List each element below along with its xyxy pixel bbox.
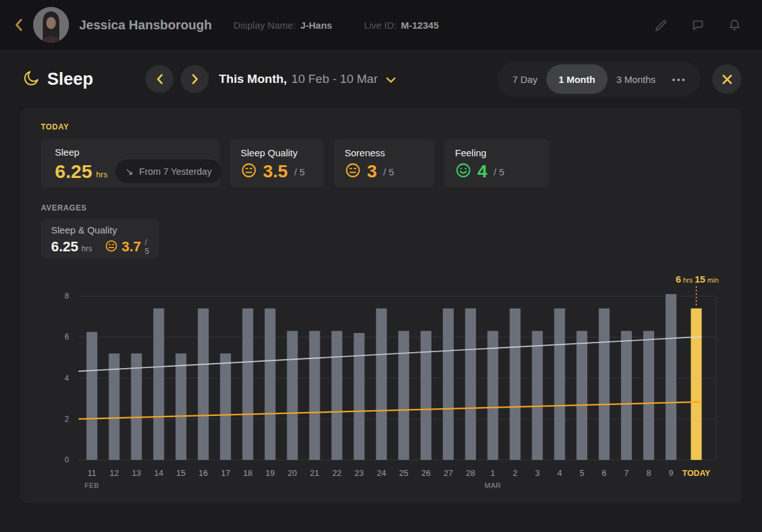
bar-day-28[interactable] xyxy=(465,308,476,460)
y-axis-tick: 6 xyxy=(64,332,69,341)
today-sleep-quality-card: Sleep Quality 3.5 / 5 xyxy=(230,139,324,188)
sleep-bar-chart-svg: 0246811121314151617181920212223242526272… xyxy=(20,271,742,498)
x-axis-label-3: 3 xyxy=(535,468,539,478)
bar-day-24[interactable] xyxy=(376,308,387,460)
period-tabs: 7 Day 1 Month 3 Months ••• xyxy=(497,62,701,96)
bar-day-15[interactable] xyxy=(176,353,186,460)
sleep-delta-pill: ↘ From 7 Yesterday xyxy=(116,159,221,183)
x-axis-label-24: 24 xyxy=(377,468,385,478)
bar-day-6[interactable] xyxy=(599,308,609,460)
today-section-label: TODAY xyxy=(41,122,721,131)
pencil-icon[interactable] xyxy=(654,18,668,32)
crescent-moon-icon xyxy=(23,70,40,89)
x-axis-label-1: 1 xyxy=(491,468,495,478)
bar-day-4[interactable] xyxy=(554,308,565,460)
close-button[interactable] xyxy=(712,64,742,94)
bar-day-22[interactable] xyxy=(331,331,342,460)
neutral-face-icon xyxy=(345,162,361,181)
bar-day-1[interactable] xyxy=(488,331,498,460)
quality-outof: / 5 xyxy=(294,166,305,177)
avg-quality-outof: / 5 xyxy=(145,238,149,256)
tab-more-ellipsis[interactable]: ••• xyxy=(664,62,694,96)
arrow-down-right-icon: ↘ xyxy=(125,166,133,177)
chat-bubble-icon[interactable] xyxy=(691,18,705,32)
bar-day-9[interactable] xyxy=(666,294,676,460)
today-soreness-card: Soreness 3 / 5 xyxy=(334,139,435,188)
x-axis-label-26: 26 xyxy=(421,468,430,478)
avg-quality-value: 3.7 xyxy=(122,240,142,254)
month-label-MAR: MAR xyxy=(484,482,501,489)
tab-3-months[interactable]: 3 Months xyxy=(608,62,665,96)
soreness-outof: / 5 xyxy=(384,166,394,177)
bar-day-2[interactable] xyxy=(510,308,521,460)
sleep-hours-unit: hrs xyxy=(96,170,107,181)
x-axis-label-27: 27 xyxy=(444,468,452,478)
bar-day-14[interactable] xyxy=(153,308,164,460)
bar-day-5[interactable] xyxy=(576,331,587,460)
neutral-face-icon xyxy=(241,162,257,181)
x-axis-label-2: 2 xyxy=(512,468,517,478)
avg-hours-value: 6.25 xyxy=(51,240,78,254)
x-axis-label-21: 21 xyxy=(310,468,319,478)
x-axis-label-18: 18 xyxy=(243,468,252,478)
x-axis-label-TODAY: TODAY xyxy=(682,468,710,478)
tab-7-day[interactable]: 7 Day xyxy=(504,62,546,96)
averages-section-label: AVERAGES xyxy=(41,203,721,212)
x-axis-label-11: 11 xyxy=(87,468,96,478)
bar-day-13[interactable] xyxy=(131,353,142,460)
period-selector[interactable]: This Month, 10 Feb - 10 Mar xyxy=(219,72,396,86)
chevron-down-icon xyxy=(385,73,396,87)
x-axis-label-23: 23 xyxy=(355,468,364,478)
user-meta: Display Name: J-Hans Live ID: M-12345 xyxy=(234,20,439,31)
quality-card-title: Sleep Quality xyxy=(241,147,313,158)
quality-value: 3.5 xyxy=(263,163,288,181)
prev-period-button[interactable] xyxy=(146,65,174,93)
bar-day-7[interactable] xyxy=(621,331,632,460)
bar-today[interactable] xyxy=(691,308,702,460)
bar-day-27[interactable] xyxy=(443,308,454,460)
x-axis-label-6: 6 xyxy=(602,468,606,478)
feeling-outof: / 5 xyxy=(494,166,505,177)
today-value-annotation: 6 hrs 15 min xyxy=(676,274,719,284)
y-axis-tick: 8 xyxy=(64,292,69,300)
page-title: Sleep xyxy=(47,70,93,89)
x-axis-label-17: 17 xyxy=(221,468,230,478)
tab-1-month[interactable]: 1 Month xyxy=(546,64,608,94)
x-axis-label-9: 9 xyxy=(669,468,673,478)
sleep-panel: TODAY Sleep 6.25 hrs ↘ From 7 Yesterday … xyxy=(20,108,742,503)
x-axis-label-25: 25 xyxy=(399,468,408,478)
sleep-hours-value: 6.25 xyxy=(55,162,92,181)
display-name-label: Display Name: xyxy=(234,20,296,31)
today-feeling-card: Feeling 4 / 5 xyxy=(444,139,549,188)
bar-day-11[interactable] xyxy=(87,332,98,460)
bar-day-16[interactable] xyxy=(198,308,209,460)
bar-day-17[interactable] xyxy=(220,353,231,460)
avg-hours-unit: hrs xyxy=(82,244,93,254)
back-chevron-icon[interactable] xyxy=(14,18,24,32)
averages-card: Sleep & Quality 6.25 hrs 3.7 / 5 xyxy=(41,219,159,258)
bar-day-8[interactable] xyxy=(643,331,654,460)
next-period-button[interactable] xyxy=(181,65,209,93)
averages-card-title: Sleep & Quality xyxy=(51,225,117,235)
x-axis-label-16: 16 xyxy=(198,468,207,478)
bar-day-3[interactable] xyxy=(532,331,543,460)
x-axis-label-12: 12 xyxy=(110,468,119,478)
bar-day-25[interactable] xyxy=(398,331,409,460)
bar-day-18[interactable] xyxy=(243,308,253,460)
sleep-toolbar: Sleep This Month, 10 Feb - 10 Mar 7 Day … xyxy=(0,50,762,108)
x-axis-label-7: 7 xyxy=(624,468,629,478)
bar-day-26[interactable] xyxy=(421,331,431,460)
bar-day-20[interactable] xyxy=(287,331,298,460)
bar-day-19[interactable] xyxy=(265,308,276,460)
smile-face-icon xyxy=(455,162,472,181)
bar-day-21[interactable] xyxy=(310,331,320,460)
x-axis-label-15: 15 xyxy=(176,468,185,478)
bar-day-23[interactable] xyxy=(354,333,364,460)
profile-header: Jessica Hansborough Display Name: J-Hans… xyxy=(0,0,762,50)
soreness-value: 3 xyxy=(367,163,377,181)
avatar[interactable] xyxy=(33,7,69,43)
x-axis-label-13: 13 xyxy=(132,468,141,478)
x-axis-label-5: 5 xyxy=(579,468,584,478)
period-range: 10 Feb - 10 Mar xyxy=(292,72,378,86)
bell-icon[interactable] xyxy=(728,18,742,32)
